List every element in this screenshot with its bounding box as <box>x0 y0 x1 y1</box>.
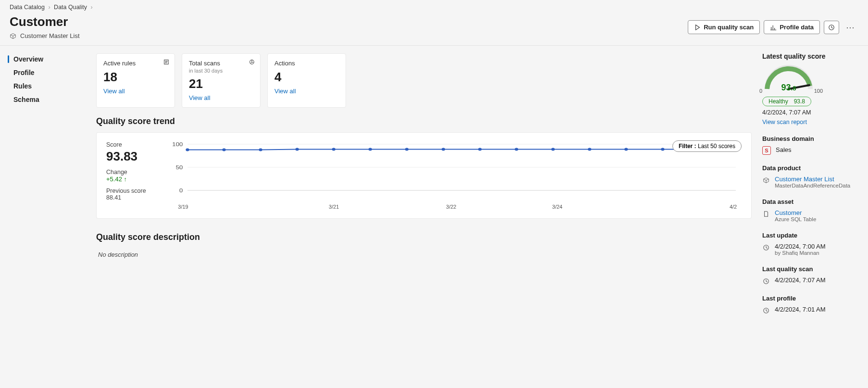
health-value: 93.8 <box>794 98 805 105</box>
svg-point-20 <box>588 148 591 151</box>
health-label: Healthy <box>769 98 788 105</box>
svg-text:100: 100 <box>172 141 183 148</box>
svg-point-12 <box>296 148 299 151</box>
data-product-link[interactable]: Customer Master List <box>775 175 834 183</box>
bar-chart-icon <box>770 24 777 31</box>
svg-point-16 <box>442 148 445 151</box>
data-asset-link[interactable]: Customer <box>775 209 802 216</box>
svg-point-14 <box>369 148 372 151</box>
history-icon <box>828 24 835 31</box>
history-button[interactable] <box>824 21 839 34</box>
svg-point-17 <box>478 148 482 151</box>
svg-point-13 <box>332 148 335 151</box>
svg-text:50: 50 <box>176 164 183 171</box>
x-tick-label: 3/24 <box>552 204 562 210</box>
business-domain-heading: Business domain <box>762 135 859 142</box>
svg-point-9 <box>186 149 189 151</box>
quality-gauge: 0 100 93.8 <box>762 65 815 92</box>
change-label: Change <box>106 169 150 175</box>
section-heading-description: Quality score description <box>96 232 752 242</box>
data-asset-heading: Data asset <box>762 198 859 205</box>
sidenav-tab-rules[interactable]: Rules <box>0 79 87 93</box>
last-update-heading: Last update <box>762 232 859 239</box>
chevron-right-icon: › <box>48 4 50 11</box>
svg-point-18 <box>515 148 518 151</box>
card-value: 18 <box>103 70 168 85</box>
card-value: 21 <box>189 76 253 91</box>
breadcrumb-link[interactable]: Data Quality <box>54 4 87 11</box>
x-tick-label: 3/22 <box>446 204 456 210</box>
change-value: +5.42 ↑ <box>106 175 150 183</box>
previous-score-label: Previous score <box>106 188 150 194</box>
previous-score-value: 88.41 <box>106 194 150 201</box>
svg-point-22 <box>661 148 664 151</box>
sidenav-tab-schema[interactable]: Schema <box>0 93 87 106</box>
card-value: 4 <box>274 70 339 85</box>
view-all-link[interactable]: View all <box>274 88 296 95</box>
history-icon <box>762 277 770 285</box>
side-nav: OverviewProfileRulesSchema <box>0 46 87 326</box>
filter-value: Last 50 scores <box>698 143 735 150</box>
button-label: Run quality scan <box>704 24 754 31</box>
x-tick-label: 4/2 <box>730 204 737 210</box>
x-tick-label: 3/21 <box>329 204 339 210</box>
section-heading-trend: Quality score trend <box>96 116 752 126</box>
svg-point-10 <box>223 149 226 151</box>
breadcrumb: Data Catalog › Data Quality › <box>0 0 868 12</box>
view-all-link[interactable]: View all <box>103 88 125 95</box>
sidenav-tab-overview[interactable]: Overview <box>0 52 87 66</box>
x-tick-label: 3/19 <box>178 204 188 210</box>
card-label: Active rules <box>103 60 168 67</box>
health-chip: Healthy 93.8 <box>762 97 811 106</box>
document-icon <box>762 210 770 218</box>
more-actions-button[interactable]: ⋯ <box>843 21 858 34</box>
filter-label: Filter : <box>679 143 698 150</box>
gauge-max: 100 <box>814 88 823 94</box>
data-product-heading: Data product <box>762 164 859 172</box>
last-update-by: by Shafiq Mannan <box>775 250 826 256</box>
stat-card-actions: Actions 4 View all <box>267 53 346 108</box>
clock-icon <box>762 244 770 251</box>
rules-icon <box>163 59 170 67</box>
data-asset-type: Azure SQL Table <box>775 216 816 222</box>
profile-data-button[interactable]: Profile data <box>764 20 820 34</box>
page-subtitle: Customer Master List <box>20 32 80 39</box>
latest-score-heading: Latest quality score <box>762 52 859 60</box>
button-label: Profile data <box>780 24 814 31</box>
card-label: Actions <box>274 60 339 67</box>
scan-icon <box>248 59 255 67</box>
svg-point-21 <box>624 148 628 151</box>
svg-point-15 <box>405 148 409 151</box>
x-axis-ticks: 3/193/213/223/244/2 <box>183 204 742 211</box>
info-panel: Latest quality score 0 100 93.8 <box>761 46 868 326</box>
last-update-ts: 4/2/2024, 7:00 AM <box>775 243 826 250</box>
gauge-value: 93.8 <box>762 83 815 93</box>
last-profile-heading: Last profile <box>762 295 859 302</box>
view-scan-report-link[interactable]: View scan report <box>762 119 807 125</box>
card-sublabel: in last 30 days <box>189 68 253 74</box>
history-icon <box>762 307 770 314</box>
score-label: Score <box>106 141 150 148</box>
run-quality-scan-button[interactable]: Run quality scan <box>688 20 760 34</box>
chevron-right-icon: › <box>90 4 92 11</box>
stat-card-active-rules: Active rules 18 View all <box>96 53 175 108</box>
domain-name: Sales <box>776 146 792 153</box>
svg-point-11 <box>259 149 262 151</box>
play-icon <box>694 24 701 31</box>
last-scan-heading: Last quality scan <box>762 265 859 273</box>
filter-button[interactable]: Filter : Last 50 scores <box>672 140 742 152</box>
domain-badge: S <box>762 146 771 155</box>
score-value: 93.83 <box>106 149 150 164</box>
last-profile-ts: 4/2/2024, 7:01 AM <box>775 306 826 313</box>
data-product-type: MasterDataAndReferenceData <box>775 183 850 188</box>
svg-text:0: 0 <box>179 188 183 194</box>
sidenav-tab-profile[interactable]: Profile <box>0 66 87 79</box>
stat-card-total-scans: Total scans in last 30 days 21 View all <box>182 53 260 108</box>
package-icon <box>10 33 16 39</box>
description-empty: No description <box>96 248 752 261</box>
breadcrumb-link[interactable]: Data Catalog <box>10 4 45 11</box>
package-icon <box>762 176 770 184</box>
view-all-link[interactable]: View all <box>189 94 211 101</box>
trend-chart-svg: 050100 <box>162 141 742 199</box>
trend-card: Score 93.83 Change +5.42 ↑ Previous scor… <box>96 132 752 219</box>
